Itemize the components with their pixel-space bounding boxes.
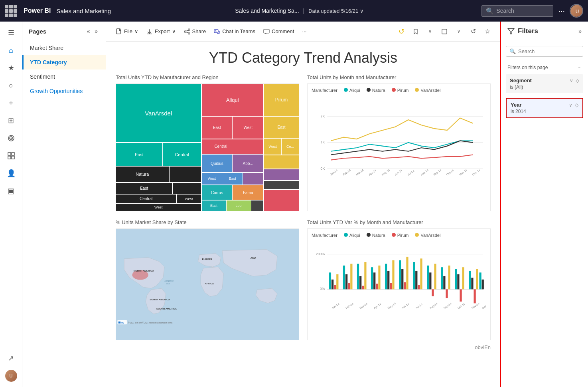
svg-text:Jan-14: Jan-14 (330, 169, 338, 176)
filter-card-segment[interactable]: Segment ∨ ◇ is (All) (506, 74, 583, 93)
treemap-chart[interactable]: VanArsdel East Central (116, 83, 299, 211)
content-area: File ∨ Export ∨ Share Chat in Teams (106, 22, 588, 387)
filters-collapse-icon[interactable]: » (578, 28, 582, 34)
comment-button[interactable]: Comment (260, 26, 297, 37)
view-icon-button[interactable] (438, 25, 451, 38)
page-sentiment[interactable]: Sentiment (22, 69, 106, 84)
vanarsdel-legend: VanArsdel (415, 88, 440, 93)
filter-card-year-header: Year ∨ ◇ (511, 102, 578, 108)
icon-bar: ☰ ⌂ ★ ○ + ⊞ 👤 ▣ ↗ U (0, 22, 22, 387)
filter-year-name: Year (511, 102, 521, 108)
filters-title: Filters (507, 27, 538, 35)
svg-text:Sargasso: Sargasso (164, 280, 174, 282)
pages-nav-prev[interactable]: « (85, 27, 91, 35)
barchart-section: Total Units YTD Var % by Month and Manuf… (307, 219, 491, 340)
svg-rect-14 (442, 29, 447, 34)
map-chart[interactable]: NORTH AMERICA SOUTH AMERICA EUROPE ASIA … (116, 228, 299, 340)
svg-rect-73 (413, 262, 415, 289)
topbar-right: 🔍 ··· U (481, 4, 583, 18)
chevron-down-icon[interactable]: ∨ (360, 8, 364, 14)
page-ytd-category[interactable]: YTD Category (22, 55, 106, 69)
page-growth-opportunities[interactable]: Growth Opportunities (22, 84, 106, 98)
svg-rect-58 (359, 276, 361, 289)
svg-text:Mar-14: Mar-14 (359, 302, 368, 310)
user-avatar[interactable]: U (570, 4, 583, 18)
svg-rect-79 (432, 289, 434, 296)
svg-rect-81 (441, 267, 443, 289)
people-icon-button[interactable]: 👤 (2, 165, 20, 181)
topbar-center: Sales and Marketing Sa... | Data updated… (121, 8, 478, 14)
data-updated[interactable]: Data updated 5/16/21 ∨ (308, 8, 364, 14)
pages-sidebar: Pages « » Market Share YTD Category Sent… (22, 22, 106, 387)
chevron-down-icon-btn[interactable]: ∨ (424, 25, 436, 38)
map-section: % Units Market Share by State (116, 219, 299, 340)
star-icon-button[interactable]: ☆ (481, 25, 494, 38)
file-button[interactable]: File ∨ (112, 26, 142, 37)
svg-text:SOUTH AMERICA: SOUTH AMERICA (150, 298, 170, 301)
svg-point-9 (184, 30, 186, 32)
svg-rect-49 (329, 272, 331, 289)
filter-year-collapse[interactable]: ∨ (569, 102, 572, 108)
filter-year-clear[interactable]: ◇ (575, 102, 578, 108)
svg-text:Oct-14: Oct-14 (457, 302, 465, 310)
favorites-icon-button[interactable]: ★ (2, 60, 20, 76)
chat-in-teams-button[interactable]: Chat in Teams (211, 26, 258, 37)
export-button[interactable]: Export ∨ (143, 26, 179, 37)
recent-icon-button[interactable]: ○ (2, 77, 20, 93)
bottom-avatar[interactable]: U (2, 368, 20, 384)
topbar-more-button[interactable]: ··· (558, 6, 565, 16)
svg-text:AFRICA: AFRICA (205, 282, 214, 285)
refresh-icon-button[interactable]: ↺ (395, 25, 408, 38)
filter-segment-clear[interactable]: ◇ (576, 78, 579, 83)
svg-text:0%: 0% (320, 287, 325, 291)
global-search-box[interactable]: 🔍 (481, 5, 553, 17)
global-search-input[interactable] (496, 8, 548, 14)
svg-text:© 2021 TomTom  © 2021 Microsof: © 2021 TomTom © 2021 Microsoft Corporati… (128, 322, 173, 324)
pages-nav: « » (85, 27, 99, 35)
filters-search-input[interactable] (518, 48, 585, 54)
create-icon-button[interactable]: + (2, 95, 20, 111)
filter-card-year[interactable]: Year ∨ ◇ is 2014 (506, 98, 583, 118)
monitor-icon-button[interactable]: ▣ (2, 183, 20, 199)
bookmark-icon-button[interactable] (409, 25, 422, 38)
svg-rect-4 (12, 153, 14, 155)
svg-text:Apr-14: Apr-14 (373, 302, 382, 310)
svg-rect-65 (385, 264, 387, 289)
svg-rect-80 (434, 264, 436, 289)
goals-icon-button[interactable] (2, 130, 20, 146)
icon-bar-bottom: ↗ U (2, 350, 20, 384)
filters-search-box[interactable]: 🔍 (506, 46, 583, 57)
arrow-expand-icon-button[interactable]: ↗ (2, 350, 20, 366)
svg-text:EUROPE: EUROPE (202, 258, 213, 260)
reload-icon-button[interactable]: ↺ (467, 25, 479, 38)
filters-header: Filters » (501, 22, 588, 41)
browse-icon-button[interactable]: ⊞ (2, 113, 20, 129)
filter-segment-actions: ∨ ◇ (570, 78, 579, 83)
dashboard-icon-button[interactable] (2, 148, 20, 164)
chevron-down-icon: ∨ (172, 28, 176, 34)
share-button[interactable]: Share (181, 26, 209, 37)
apps-grid-icon[interactable] (5, 5, 17, 17)
line-chart-svg: 2K 1K 0K Jan-14 Feb-14 Mar-14 Apr-14 May… (312, 96, 486, 200)
svg-rect-54 (345, 274, 347, 290)
page-market-share[interactable]: Market Share (22, 41, 106, 55)
dashboard-title: YTD Category Trend Analysis (116, 50, 491, 66)
svg-text:May-14: May-14 (381, 169, 391, 177)
app-name: Sales and Marketing (56, 8, 111, 14)
bar-chart[interactable]: Manufacturer Aliqui Natura Pirum VanArsd… (307, 228, 491, 340)
pages-nav-next[interactable]: » (93, 27, 99, 35)
toolbar-more-button[interactable]: ··· (299, 26, 310, 36)
search-icon: 🔍 (486, 7, 494, 15)
filters-section-more[interactable]: ··· (578, 65, 582, 70)
svg-rect-90 (471, 278, 473, 289)
svg-rect-62 (373, 272, 375, 289)
svg-rect-66 (387, 271, 389, 289)
svg-rect-85 (455, 269, 457, 290)
home-icon-button[interactable]: ⌂ (2, 42, 20, 58)
line-chart[interactable]: Manufacturer Aliqui Natura Pirum VanArsd… (307, 83, 491, 211)
sidebar-toggle-button[interactable]: ☰ (2, 25, 20, 41)
chevron-down-2-icon-btn[interactable]: ∨ (452, 25, 465, 38)
manufacturer-label-2: Manufacturer (312, 233, 337, 238)
report-name: Sales and Marketing Sa... (235, 8, 299, 14)
filter-segment-collapse[interactable]: ∨ (570, 78, 573, 83)
